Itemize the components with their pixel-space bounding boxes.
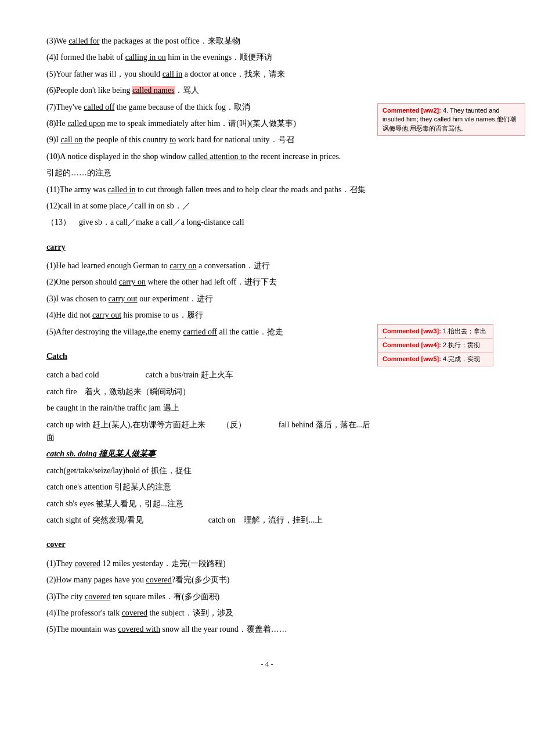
- line-8: (8)He called upon me to speak immediatel…: [46, 117, 371, 130]
- cover-header: cover: [46, 532, 371, 553]
- catch-section: Catch catch a bad cold catch a bus/train…: [46, 344, 371, 527]
- comment-ww5-text: 4.完成，实现: [443, 355, 480, 362]
- catch-phrase-5: catch sb. doing 撞见某人做某事: [46, 448, 371, 460]
- content-area: (3)We called for the packages at the pos…: [46, 35, 371, 636]
- phrase-called-upon: called upon: [67, 119, 105, 128]
- carry-line-5: (5)After destroying the village,the enem…: [46, 326, 371, 339]
- cover-line-5: (5)The mountain was covered with snow al…: [46, 623, 371, 636]
- phrase-carry-out-1: carry out: [109, 294, 138, 303]
- cover-line-3: (3)The city covered ten square miles．有(多…: [46, 591, 371, 603]
- carry-line-4: (4)He did not carry out his promise to u…: [46, 309, 371, 322]
- comment-ww3-label: Commented [ww3]:: [383, 327, 441, 334]
- phrase-call-in: call in: [163, 70, 183, 78]
- phrase-called-for: called for: [68, 37, 99, 45]
- carry-line-3: (3)I was chosen to carry out our experim…: [46, 293, 371, 305]
- cover-section: cover (1)They covered 12 miles yesterday…: [46, 532, 371, 636]
- catch-phrase-8: catch sb's eyes 被某人看见，引起...注意: [46, 498, 371, 510]
- page-number: - 4 -: [46, 660, 488, 669]
- line-11: (11)The army was called in to cut throug…: [46, 183, 371, 196]
- comment-ww5: Commented [ww5]: 4.完成，实现: [377, 352, 493, 366]
- carry-line-2: (2)One person should carry on where the …: [46, 276, 371, 289]
- phrase-covered-4: covered: [122, 609, 147, 617]
- phrase-called-off: called off: [84, 103, 114, 111]
- phrase-covered-with: covered with: [118, 625, 160, 633]
- carry-header: carry: [46, 235, 371, 256]
- carry-line-1: (1)He had learned enough German to carry…: [46, 260, 371, 272]
- phrase-carry-on-2: carry on: [119, 278, 146, 286]
- line-13: （13） give sb．a call／make a call／a long-d…: [46, 216, 371, 229]
- page: (3)We called for the packages at the pos…: [0, 0, 534, 756]
- comment-ww4-text: 2.执行；贯彻: [443, 341, 480, 348]
- phrase-covered-3: covered: [85, 592, 110, 601]
- line-4: (4)I formed the habit of calling in on h…: [46, 51, 371, 64]
- catch-header: Catch: [46, 344, 371, 365]
- catch-phrase-6: catch(get/take/seize/lay)hold of 抓住，捉住: [46, 465, 371, 477]
- phrase-covered-2: covered: [146, 575, 171, 584]
- phrase-called-attention-to: called attention to: [189, 152, 247, 161]
- line-12: (12)call in at some place／call in on sb．…: [46, 200, 371, 213]
- cover-line-1: (1)They covered 12 miles yesterday．走完(一段…: [46, 557, 371, 570]
- catch-phrase-4: catch up with 赶上(某人),在功课等方面赶上来 （反） fall …: [46, 419, 371, 445]
- catch-phrase-1: catch a bad cold catch a bus/train 赶上火车: [46, 369, 371, 381]
- cover-line-2: (2)How many pages have you covered?看完(多少…: [46, 574, 371, 586]
- catch-phrase-3: be caught in the rain/the traffic jam 遇上: [46, 402, 371, 415]
- catch-col2-1: catch a bus/train 赶上火车: [146, 369, 233, 381]
- phrase-carry-on-1: carry on: [169, 261, 196, 270]
- line-10: (10)A notice displayed in the shop windo…: [46, 150, 371, 163]
- phrase-carry-out-2: carry out: [92, 311, 121, 319]
- catch-phrase-9: catch sight of 突然发现/看见 catch on 理解，流行，挂到…: [46, 514, 371, 527]
- line-6: (6)People don't like being called names．…: [46, 84, 371, 97]
- comment-ww2: Commented [ww2]: 4. They taunted and ins…: [377, 103, 525, 136]
- phrase-carried-off: carried off: [183, 327, 217, 336]
- comment-ww2-label: Commented [ww2]:: [383, 107, 441, 114]
- comment-ww4: Commented [ww4]: 2.执行；贯彻: [377, 338, 493, 352]
- line-7: (7)They've called off the game because o…: [46, 101, 371, 114]
- phrase-called-in: called in: [108, 185, 136, 194]
- catch-sb-doing: catch sb. doing 撞见某人做某事: [46, 449, 156, 458]
- catch-phrase-7: catch one's attention 引起某人的注意: [46, 481, 371, 494]
- cover-line-4: (4)The professor's talk covered the subj…: [46, 607, 371, 620]
- phrase-call-on: call on: [61, 135, 83, 144]
- line-5: (5)Your father was ill，you should call i…: [46, 68, 371, 81]
- phrase-calling-in-on: calling in on: [125, 53, 166, 62]
- catch-col1-1: catch a bad cold: [46, 369, 99, 381]
- carry-section: carry (1)He had learned enough German to…: [46, 235, 371, 339]
- catch-phrase-2: catch fire 着火，激动起来（瞬间动词）: [46, 386, 371, 398]
- line-10b: 引起的……的注意: [46, 167, 371, 179]
- line-3: (3)We called for the packages at the pos…: [46, 35, 371, 48]
- line-9: (9)I call on the people of this country …: [46, 134, 371, 146]
- comment-ww5-label: Commented [ww5]:: [383, 355, 441, 362]
- comment-ww4-label: Commented [ww4]:: [383, 341, 441, 348]
- phrase-covered-1: covered: [75, 559, 100, 568]
- phrase-to: to: [169, 135, 176, 144]
- phrase-called-names: called names: [132, 86, 175, 95]
